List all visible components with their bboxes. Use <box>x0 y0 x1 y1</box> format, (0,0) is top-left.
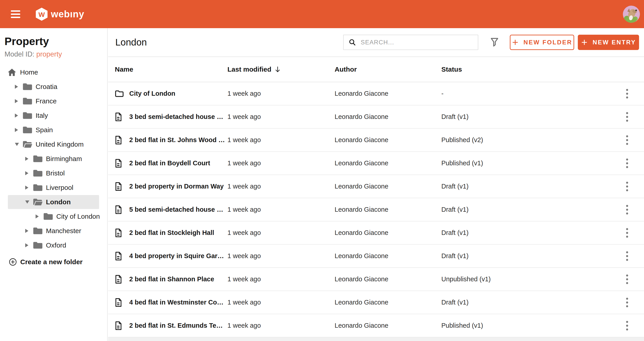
name-cell: 5 bed semi-detached house … <box>115 205 228 215</box>
search-icon <box>348 38 356 46</box>
row-last-modified: 1 week ago <box>228 229 334 236</box>
tree-item-france[interactable]: France <box>4 94 107 108</box>
table-row[interactable]: 2 bed flat in Boydell Court 1 week ago L… <box>108 152 644 175</box>
caret-right-icon[interactable] <box>25 229 30 233</box>
row-last-modified: 1 week ago <box>228 136 334 144</box>
caret-right-icon[interactable] <box>25 186 30 190</box>
caret-right-icon[interactable] <box>25 157 30 161</box>
tree-item-london[interactable]: London <box>8 195 99 209</box>
row-menu-icon[interactable] <box>620 132 634 148</box>
tree-item-liverpool[interactable]: Liverpool <box>4 180 107 195</box>
caret-down-icon[interactable] <box>25 200 30 204</box>
document-icon <box>115 274 124 284</box>
new-entry-button[interactable]: NEW ENTRY <box>578 35 639 50</box>
row-author: Leonardo Giacone <box>334 206 441 213</box>
document-icon <box>115 205 124 215</box>
tree-item-label: Italy <box>36 112 48 119</box>
row-last-modified: 1 week ago <box>228 206 334 213</box>
tree-item-croatia[interactable]: Croatia <box>4 80 107 94</box>
caret-right-icon[interactable] <box>15 85 20 89</box>
tree-item-oxford[interactable]: Oxford <box>4 238 107 252</box>
row-status: Draft (v1) <box>441 252 610 260</box>
caret-down-icon[interactable] <box>15 143 20 146</box>
caret-right-icon[interactable] <box>25 171 30 175</box>
tree-item-spain[interactable]: Spain <box>4 123 107 137</box>
row-last-modified: 1 week ago <box>228 276 334 283</box>
tree-item-city-of-london[interactable]: City of London <box>4 209 107 224</box>
model-id: Model ID: property <box>4 50 107 58</box>
row-author: Leonardo Giacone <box>334 322 441 329</box>
tree-item-manchester[interactable]: Manchester <box>4 224 107 238</box>
filter-icon[interactable] <box>490 37 500 48</box>
tree-item-label: London <box>46 198 71 206</box>
home-icon <box>8 68 16 76</box>
row-author: Leonardo Giacone <box>334 229 441 236</box>
name-cell: 4 bed property in Squire Gar… <box>115 251 228 261</box>
caret-right-icon[interactable] <box>15 99 20 103</box>
sort-descending-icon <box>274 66 281 73</box>
table-row[interactable]: 5 bed semi-detached house … 1 week ago L… <box>108 198 644 222</box>
search-input[interactable] <box>360 39 478 46</box>
row-status: Draft (v1) <box>441 206 610 213</box>
folder-icon <box>43 212 53 221</box>
new-folder-button[interactable]: NEW FOLDER <box>510 35 574 50</box>
model-id-label: Model ID: <box>4 50 34 58</box>
row-name: 2 bed flat in Boydell Court <box>129 160 210 167</box>
name-cell: 2 bed flat in St. Johns Wood … <box>115 135 228 145</box>
table-row[interactable]: 3 bed semi-detached house … 1 week ago L… <box>108 106 644 128</box>
table-header: Name Last modified Author Status <box>108 57 644 82</box>
row-menu-icon[interactable] <box>620 156 634 171</box>
row-menu-icon[interactable] <box>620 272 634 287</box>
tree-item-home[interactable]: Home <box>4 65 107 80</box>
caret-right-icon[interactable] <box>25 243 30 247</box>
row-menu-icon[interactable] <box>620 178 634 194</box>
tree-item-label: Bristol <box>46 169 65 177</box>
table-row[interactable]: 2 bed flat in St. Johns Wood … 1 week ag… <box>108 128 644 152</box>
row-menu-icon[interactable] <box>620 225 634 241</box>
row-status: Draft (v1) <box>441 183 610 190</box>
table-row[interactable]: 2 bed flat in Shannon Place 1 week ago L… <box>108 268 644 291</box>
table-row[interactable]: 4 bed flat in Westminster Co… 1 week ago… <box>108 291 644 314</box>
row-author: Leonardo Giacone <box>334 252 441 260</box>
tree-item-label: Liverpool <box>46 184 74 192</box>
row-menu-icon[interactable] <box>620 202 634 218</box>
folder-icon <box>22 111 32 120</box>
caret-right-icon[interactable] <box>15 114 20 118</box>
table-row[interactable]: 2 bed flat in Stockleigh Hall 1 week ago… <box>108 222 644 244</box>
column-header-last-modified[interactable]: Last modified <box>228 66 334 73</box>
row-status: Draft (v1) <box>441 113 610 120</box>
document-icon <box>115 135 124 145</box>
table-row[interactable]: 2 bed property in Dorman Way 1 week ago … <box>108 175 644 198</box>
document-icon <box>115 321 124 331</box>
table-row[interactable]: 4 bed property in Squire Gar… 1 week ago… <box>108 244 644 268</box>
user-avatar[interactable] <box>623 6 640 23</box>
table-row[interactable]: 2 bed flat in St. Edmunds Te… 1 week ago… <box>108 314 644 338</box>
table-body: City of London 1 week ago Leonardo Giaco… <box>108 82 644 338</box>
menu-icon[interactable] <box>11 10 20 18</box>
name-cell: 2 bed property in Dorman Way <box>115 182 228 192</box>
caret-right-icon[interactable] <box>15 128 20 132</box>
caret-right-icon[interactable] <box>36 214 40 218</box>
row-last-modified: 1 week ago <box>228 183 334 190</box>
tree-item-italy[interactable]: Italy <box>4 108 107 123</box>
create-folder-button[interactable]: Create a new folder <box>4 255 107 269</box>
model-id-value: property <box>36 50 62 58</box>
row-name: 5 bed semi-detached house … <box>129 206 223 213</box>
row-menu-icon[interactable] <box>620 86 634 102</box>
folder-icon <box>22 97 32 106</box>
row-menu-icon[interactable] <box>620 248 634 264</box>
tree-item-bristol[interactable]: Bristol <box>4 166 107 180</box>
tree-item-birmingham[interactable]: Birmingham <box>4 152 107 166</box>
row-menu-icon[interactable] <box>620 294 634 310</box>
row-name: 2 bed flat in St. Edmunds Te… <box>129 322 223 329</box>
svg-text:W: W <box>38 11 45 18</box>
avatar-dog-image <box>623 6 640 23</box>
plus-icon <box>512 39 518 46</box>
row-menu-icon[interactable] <box>620 318 634 334</box>
tree-item-united-kingdom[interactable]: United Kingdom <box>4 137 107 152</box>
logo-hexagon-icon: W <box>36 8 48 21</box>
search-box <box>343 35 478 50</box>
row-menu-icon[interactable] <box>620 109 634 125</box>
table-row[interactable]: City of London 1 week ago Leonardo Giaco… <box>108 82 644 106</box>
tree-item-label: City of London <box>56 212 100 220</box>
